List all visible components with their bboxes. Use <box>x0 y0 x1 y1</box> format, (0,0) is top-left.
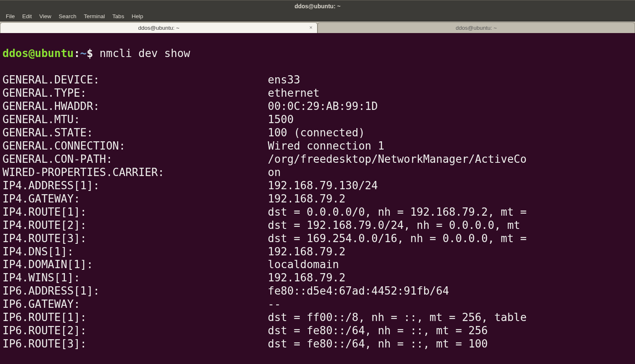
prompt-path: ~ <box>80 47 87 60</box>
output-row: IP4.ADDRESS[1]:192.168.79.130/24 <box>2 179 633 193</box>
output-row: IP4.DOMAIN[1]:localdomain <box>2 258 633 271</box>
output-key: IP4.DNS[1]: <box>2 245 268 259</box>
output-row: IP6.GATEWAY:-- <box>2 298 633 311</box>
output-row: GENERAL.DEVICE:ens33 <box>2 74 633 87</box>
output-row: IP4.DNS[1]:192.168.79.2 <box>2 245 633 259</box>
prompt-user: ddos <box>2 47 29 60</box>
menu-tabs[interactable]: Tabs <box>109 12 128 20</box>
output-key: IP6.ROUTE[2]: <box>2 324 268 338</box>
output-key: GENERAL.TYPE: <box>2 87 268 100</box>
output-key: IP6.GATEWAY: <box>2 298 268 311</box>
output-row: IP4.ROUTE[1]:dst = 0.0.0.0/0, nh = 192.1… <box>2 206 633 219</box>
close-icon[interactable]: × <box>308 25 314 31</box>
output-row: GENERAL.STATE:100 (connected) <box>2 126 633 140</box>
output-value: dst = fe80::/64, nh = ::, mt = 100 <box>268 338 488 351</box>
output-row: IP4.WINS[1]:192.168.79.2 <box>2 271 633 285</box>
output-row: GENERAL.HWADDR:00:0C:29:AB:99:1D <box>2 100 633 113</box>
prompt-colon: : <box>74 47 80 60</box>
output-value: dst = ff00::/8, nh = ::, mt = 256, table <box>268 311 527 324</box>
menu-help[interactable]: Help <box>128 12 146 20</box>
output-block: GENERAL.DEVICE:ens33GENERAL.TYPE:etherne… <box>2 74 633 351</box>
tab-1[interactable]: ddos@ubuntu: ~ × <box>0 22 318 33</box>
output-value: 192.168.79.2 <box>268 193 346 206</box>
menu-edit[interactable]: Edit <box>19 12 35 20</box>
output-key: GENERAL.STATE: <box>2 126 268 140</box>
output-key: IP4.ROUTE[1]: <box>2 206 268 219</box>
window-titlebar: ddos@ubuntu: ~ <box>0 0 635 12</box>
output-value: on <box>268 166 281 179</box>
output-value: /org/freedesktop/NetworkManager/ActiveCo <box>268 153 527 166</box>
output-row: GENERAL.CON-PATH:/org/freedesktop/Networ… <box>2 153 633 166</box>
output-value: 1500 <box>268 113 294 126</box>
window-title: ddos@ubuntu: ~ <box>294 3 340 10</box>
prompt-host: ubuntu <box>35 47 74 60</box>
output-value: dst = 169.254.0.0/16, nh = 0.0.0.0, mt = <box>268 232 527 245</box>
menu-terminal[interactable]: Terminal <box>81 12 108 20</box>
output-key: IP4.ROUTE[3]: <box>2 232 268 245</box>
output-row: GENERAL.MTU:1500 <box>2 113 633 126</box>
output-row: IP4.ROUTE[2]:dst = 192.168.79.0/24, nh =… <box>2 219 633 232</box>
prompt-line: ddos@ubuntu:~$ nmcli dev show <box>2 47 633 60</box>
output-key: IP4.GATEWAY: <box>2 193 268 206</box>
output-value: -- <box>268 298 281 311</box>
output-row: IP6.ROUTE[1]:dst = ff00::/8, nh = ::, mt… <box>2 311 633 324</box>
menu-file[interactable]: File <box>2 12 18 20</box>
terminal-pane[interactable]: ddos@ubuntu:~$ nmcli dev show GENERAL.DE… <box>0 33 635 364</box>
output-row: IP4.GATEWAY:192.168.79.2 <box>2 193 633 206</box>
output-row: IP6.ROUTE[2]:dst = fe80::/64, nh = ::, m… <box>2 324 633 338</box>
output-row: GENERAL.TYPE:ethernet <box>2 87 633 100</box>
output-key: GENERAL.CONNECTION: <box>2 140 268 153</box>
prompt-at: @ <box>29 47 35 60</box>
output-value: ens33 <box>268 74 300 87</box>
output-value: localdomain <box>268 258 339 271</box>
output-value: dst = 192.168.79.0/24, nh = 0.0.0.0, mt <box>268 219 520 232</box>
output-row: GENERAL.CONNECTION:Wired connection 1 <box>2 140 633 153</box>
output-key: GENERAL.HWADDR: <box>2 100 268 113</box>
output-value: ethernet <box>268 87 320 100</box>
output-key: IP6.ROUTE[1]: <box>2 311 268 324</box>
output-key: IP4.DOMAIN[1]: <box>2 258 268 271</box>
output-key: GENERAL.DEVICE: <box>2 74 268 87</box>
output-row: WIRED-PROPERTIES.CARRIER:on <box>2 166 633 179</box>
output-key: GENERAL.MTU: <box>2 113 268 126</box>
output-value: 192.168.79.2 <box>268 271 346 285</box>
tab-bar: ddos@ubuntu: ~ × ddos@ubuntu: ~ <box>0 21 635 33</box>
command-text: nmcli dev show <box>93 47 190 60</box>
output-value: Wired connection 1 <box>268 140 384 153</box>
tab-1-label: ddos@ubuntu: ~ <box>138 25 179 31</box>
output-key: GENERAL.CON-PATH: <box>2 153 268 166</box>
menu-search[interactable]: Search <box>55 12 80 20</box>
tab-2[interactable]: ddos@ubuntu: ~ <box>318 22 635 33</box>
menu-view[interactable]: View <box>36 12 55 20</box>
output-value: 00:0C:29:AB:99:1D <box>268 100 378 113</box>
menubar: File Edit View Search Terminal Tabs Help <box>0 12 635 21</box>
output-key: IP4.ROUTE[2]: <box>2 219 268 232</box>
output-value: 192.168.79.130/24 <box>268 179 378 193</box>
output-value: 100 (connected) <box>268 126 365 140</box>
output-row: IP6.ROUTE[3]:dst = fe80::/64, nh = ::, m… <box>2 338 633 351</box>
output-row: IP6.ADDRESS[1]:fe80::d5e4:67ad:4452:91fb… <box>2 285 633 298</box>
output-value: fe80::d5e4:67ad:4452:91fb/64 <box>268 285 449 298</box>
tab-2-label: ddos@ubuntu: ~ <box>456 25 497 31</box>
output-key: IP4.ADDRESS[1]: <box>2 179 268 193</box>
output-key: WIRED-PROPERTIES.CARRIER: <box>2 166 268 179</box>
prompt-dollar: $ <box>87 47 93 60</box>
output-key: IP6.ADDRESS[1]: <box>2 285 268 298</box>
output-value: 192.168.79.2 <box>268 245 346 259</box>
output-key: IP4.WINS[1]: <box>2 271 268 285</box>
output-row: IP4.ROUTE[3]:dst = 169.254.0.0/16, nh = … <box>2 232 633 245</box>
output-value: dst = fe80::/64, nh = ::, mt = 256 <box>268 324 488 338</box>
output-key: IP6.ROUTE[3]: <box>2 338 268 351</box>
output-value: dst = 0.0.0.0/0, nh = 192.168.79.2, mt = <box>268 206 527 219</box>
